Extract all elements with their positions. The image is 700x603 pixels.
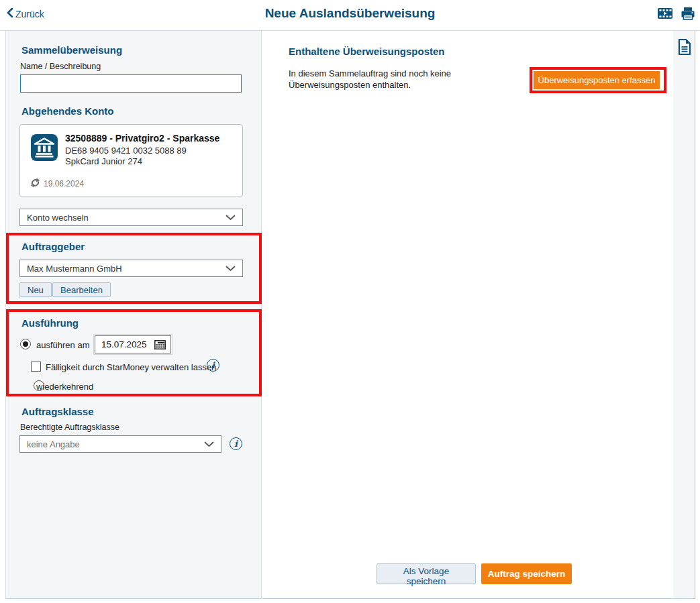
execution-date-value: 15.07.2025 (101, 339, 147, 349)
app-window: Zurück Neue Auslandsüberweisung (0, 0, 700, 603)
principal-new-button[interactable]: Neu (19, 282, 52, 297)
execute-on-label: ausführen am (36, 340, 90, 350)
outgoing-account-heading: Abgehendes Konto (21, 105, 114, 117)
order-class-selected-value: keine Angabe (27, 439, 80, 449)
name-input[interactable] (20, 74, 242, 93)
order-class-heading: Auftragsklasse (21, 406, 94, 417)
chevron-down-icon (204, 439, 214, 449)
due-date-checkbox-label: Fälligkeit durch StarMoney verwalten las… (46, 362, 216, 372)
execution-date-field[interactable]: 15.07.2025 (95, 335, 171, 353)
save-as-template-button[interactable]: Als Vorlage speichern (377, 563, 476, 584)
info-icon[interactable]: i (207, 359, 219, 372)
account-card: 32508889 - Privatgiro2 - Sparkasse DE68 … (19, 124, 243, 197)
account-sync-row: 19.06.2024 (30, 178, 84, 190)
refresh-icon (30, 178, 40, 190)
account-iban: DE68 9405 9421 0032 5088 89 (65, 146, 187, 156)
chevron-down-icon (226, 264, 236, 274)
collective-transfer-heading: Sammelüberweisung (21, 44, 122, 56)
principal-select[interactable]: Max Mustermann GmbH (19, 260, 243, 277)
order-class-select[interactable]: keine Angabe (19, 435, 221, 453)
execute-on-radio[interactable] (20, 339, 31, 349)
empty-state-text: In diesem Sammelauftrag sind noch keine … (289, 68, 528, 91)
name-label: Name / Beschreibung (20, 62, 101, 71)
save-order-button[interactable]: Auftrag speichern (481, 563, 572, 584)
printer-icon[interactable] (680, 6, 696, 21)
header-toolbar (657, 6, 696, 21)
principal-edit-button[interactable]: Bearbeiten (52, 282, 111, 297)
order-class-label: Berechtigte Auftragsklasse (20, 423, 119, 432)
side-toolbar (673, 31, 695, 599)
film-icon[interactable] (657, 6, 673, 21)
info-icon[interactable]: i (230, 437, 242, 450)
switch-account-select[interactable]: Konto wechseln (19, 209, 243, 226)
document-icon[interactable] (677, 38, 692, 56)
calendar-icon[interactable] (152, 338, 168, 351)
bank-icon (31, 134, 58, 161)
execution-heading: Ausführung (21, 317, 79, 329)
account-card-name: SpkCard Junior 274 (65, 156, 142, 166)
account-title: 32508889 - Privatgiro2 - Sparkasse (65, 133, 219, 144)
transfer-items-panel (262, 31, 673, 599)
principal-heading: Auftraggeber (21, 241, 85, 252)
header-bar: Zurück Neue Auslandsüberweisung (0, 0, 700, 31)
transfer-items-heading: Enthaltene Überweisungsposten (289, 46, 445, 57)
recurring-label: wiederkehrend (36, 382, 93, 392)
page-title: Neue Auslandsüberweisung (0, 6, 700, 21)
capture-transfer-item-button[interactable]: Überweisungsposten erfassen (534, 71, 660, 89)
chevron-down-icon (226, 213, 236, 223)
switch-account-label: Konto wechseln (27, 213, 89, 223)
principal-selected-value: Max Mustermann GmbH (27, 264, 122, 274)
account-sync-date: 19.06.2024 (44, 179, 84, 188)
due-date-checkbox[interactable] (31, 362, 41, 372)
